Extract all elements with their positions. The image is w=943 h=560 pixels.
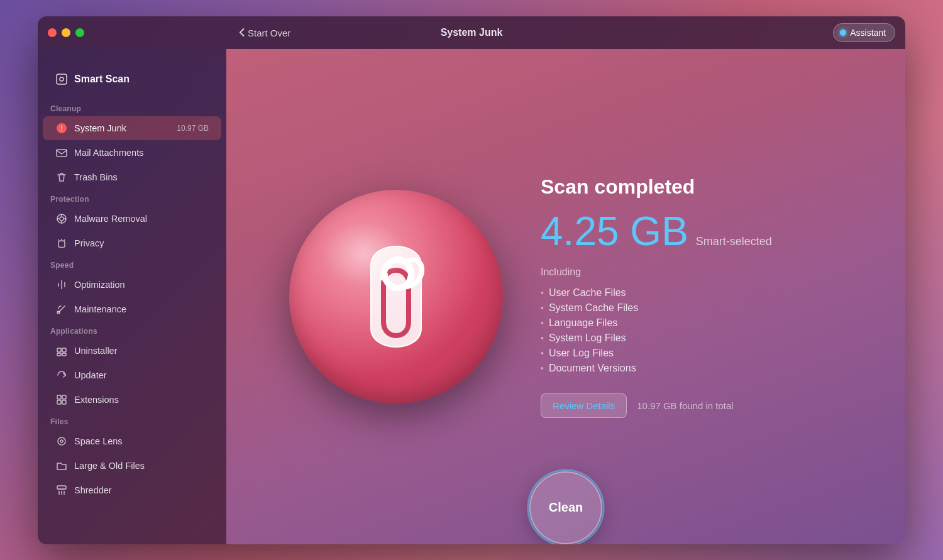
assistant-label: Assistant: [850, 28, 886, 38]
svg-line-13: [64, 239, 65, 241]
list-item: Language Files: [541, 316, 842, 331]
svg-rect-18: [57, 348, 61, 352]
updater-icon: [55, 369, 68, 382]
app-window: Start Over System Junk Assistant Smart S…: [38, 16, 905, 544]
svg-rect-24: [57, 400, 61, 404]
svg-point-26: [58, 437, 65, 445]
sidebar-item-updater[interactable]: Updater: [43, 363, 221, 387]
svg-rect-0: [57, 74, 67, 84]
svg-rect-28: [57, 486, 66, 489]
system-junk-icon: !: [55, 122, 68, 135]
sidebar-item-label-trash-bins: Trash Bins: [74, 172, 118, 182]
sidebar-item-large-old-files[interactable]: Large & Old Files: [43, 454, 221, 478]
space-lens-icon: [55, 435, 68, 447]
review-details-button[interactable]: Review Details: [541, 393, 627, 418]
found-total-label: 10.97 GB found in total: [637, 400, 733, 411]
svg-text:!: !: [61, 125, 63, 132]
clean-btn-container: Clean: [529, 471, 602, 544]
sidebar-item-trash-bins[interactable]: Trash Bins: [43, 165, 221, 189]
large-old-files-icon: [55, 459, 68, 472]
close-button[interactable]: [48, 28, 57, 37]
file-list: User Cache Files System Cache Files Lang…: [541, 285, 842, 376]
shredder-icon: [55, 484, 68, 497]
sidebar-item-optimization[interactable]: Optimization: [43, 273, 221, 297]
sidebar-item-extensions[interactable]: Extensions: [43, 388, 221, 412]
svg-rect-21: [62, 353, 66, 356]
section-label-speed: Speed: [38, 256, 226, 272]
section-label-cleanup: Cleanup: [38, 99, 226, 116]
sidebar-item-privacy[interactable]: Privacy: [43, 231, 221, 255]
main-content: Smart Scan Cleanup ! System Junk 10.97 G…: [38, 49, 905, 544]
sidebar-item-system-junk[interactable]: ! System Junk 10.97 GB: [43, 116, 221, 140]
sidebar-item-label-large-old-files: Large & Old Files: [74, 461, 145, 471]
list-item: Document Versions: [541, 361, 842, 376]
smart-scan-icon: [55, 73, 68, 85]
size-number: 4.25 GB: [541, 211, 688, 251]
section-label-applications: Applications: [38, 322, 226, 338]
sidebar-item-shredder[interactable]: Shredder: [43, 478, 221, 502]
page-title: System Junk: [441, 27, 503, 38]
including-label: Including: [541, 266, 842, 278]
list-item: User Cache Files: [541, 285, 842, 300]
sidebar-item-uninstaller[interactable]: Uninstaller: [43, 339, 221, 363]
assistant-button[interactable]: Assistant: [833, 23, 895, 42]
malware-removal-icon: [55, 212, 68, 225]
uninstaller-icon: [55, 344, 68, 357]
svg-rect-19: [62, 348, 66, 352]
assistant-dot-icon: [840, 30, 846, 36]
sidebar-item-space-lens[interactable]: Space Lens: [43, 429, 221, 453]
back-button[interactable]: Start Over: [239, 27, 290, 38]
mail-attachments-icon: [55, 146, 68, 159]
svg-rect-22: [57, 395, 61, 399]
svg-rect-25: [62, 400, 66, 404]
svg-point-6: [60, 217, 63, 221]
svg-line-12: [58, 239, 59, 241]
sidebar-item-smart-scan[interactable]: Smart Scan: [43, 64, 221, 94]
system-junk-badge: 10.97 GB: [177, 124, 209, 133]
sidebar-item-label-privacy: Privacy: [74, 238, 104, 248]
clean-button[interactable]: Clean: [529, 471, 602, 544]
privacy-icon: [55, 237, 68, 250]
traffic-lights: [48, 28, 84, 37]
svg-rect-4: [57, 150, 67, 156]
extensions-icon: [55, 393, 68, 406]
optimization-icon: [55, 278, 68, 291]
svg-point-1: [60, 77, 63, 81]
sidebar-item-label-optimization: Optimization: [74, 280, 125, 290]
list-item: User Log Files: [541, 346, 842, 361]
maintenance-icon: [55, 303, 68, 316]
titlebar: Start Over System Junk Assistant: [38, 16, 905, 49]
smart-scan-label: Smart Scan: [74, 74, 130, 85]
list-item: System Log Files: [541, 331, 842, 346]
sidebar-item-label-maintenance: Maintenance: [74, 304, 126, 314]
app-logo: [289, 190, 503, 404]
svg-point-27: [60, 440, 63, 442]
sidebar-item-label-malware-removal: Malware Removal: [74, 214, 147, 224]
maximize-button[interactable]: [75, 28, 84, 37]
trash-bins-icon: [55, 171, 68, 184]
list-item: System Cache Files: [541, 300, 842, 316]
svg-rect-23: [62, 395, 66, 399]
sidebar-item-label-updater: Updater: [74, 370, 107, 380]
sidebar-item-label-space-lens: Space Lens: [74, 436, 123, 446]
sidebar-item-label-shredder: Shredder: [74, 485, 112, 495]
svg-rect-20: [57, 353, 61, 356]
sidebar-item-label-mail-attachments: Mail Attachments: [74, 148, 143, 158]
section-label-protection: Protection: [38, 190, 226, 206]
sidebar-item-label-extensions: Extensions: [74, 395, 119, 405]
section-label-files: Files: [38, 412, 226, 429]
sidebar-item-maintenance[interactable]: Maintenance: [43, 297, 221, 321]
minimize-button[interactable]: [62, 28, 70, 37]
content-area: Scan completed 4.25 GB Smart-selected In…: [226, 49, 905, 544]
sidebar-item-label-uninstaller: Uninstaller: [74, 346, 118, 356]
size-display: 4.25 GB Smart-selected: [541, 211, 842, 251]
sidebar: Smart Scan Cleanup ! System Junk 10.97 G…: [38, 49, 226, 544]
smart-selected-label: Smart-selected: [696, 235, 772, 248]
info-panel: Scan completed 4.25 GB Smart-selected In…: [541, 175, 842, 418]
review-row: Review Details 10.97 GB found in total: [541, 393, 842, 418]
scan-completed-title: Scan completed: [541, 175, 842, 199]
sidebar-item-malware-removal[interactable]: Malware Removal: [43, 207, 221, 231]
titlebar-center: System Junk: [441, 27, 503, 38]
back-label: Start Over: [248, 27, 290, 38]
sidebar-item-mail-attachments[interactable]: Mail Attachments: [43, 141, 221, 165]
